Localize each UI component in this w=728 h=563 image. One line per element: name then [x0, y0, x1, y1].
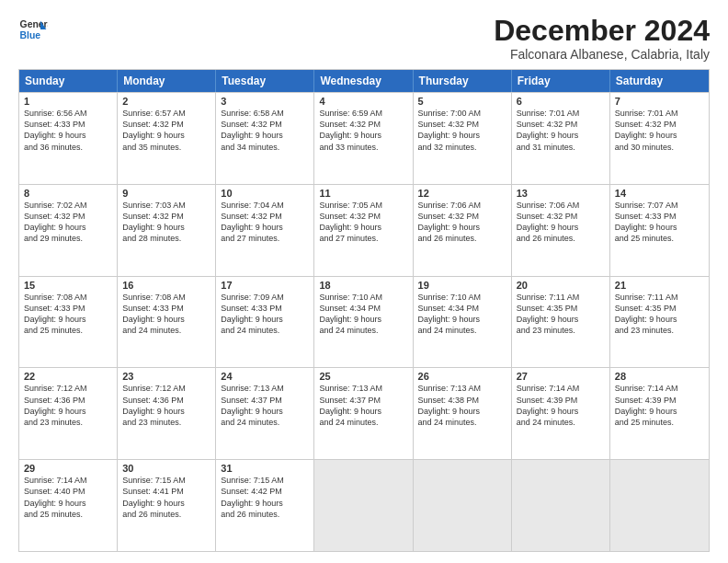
cell-info: Sunrise: 6:58 AMSunset: 4:32 PMDaylight:…	[221, 108, 309, 153]
day-cell-25: 25Sunrise: 7:13 AMSunset: 4:37 PMDayligh…	[314, 368, 413, 459]
title-block: December 2024 Falconara Albanese, Calabr…	[494, 15, 710, 62]
day-cell-20: 20Sunrise: 7:11 AMSunset: 4:35 PMDayligh…	[512, 277, 610, 368]
header-cell-monday: Monday	[118, 70, 216, 92]
day-cell-28: 28Sunrise: 7:14 AMSunset: 4:39 PMDayligh…	[610, 368, 709, 459]
cell-info: Sunrise: 7:01 AMSunset: 4:32 PMDaylight:…	[615, 108, 704, 153]
day-number: 30	[122, 463, 210, 474]
day-cell-13: 13Sunrise: 7:06 AMSunset: 4:32 PMDayligh…	[512, 185, 610, 276]
day-number: 20	[517, 280, 605, 291]
day-cell-14: 14Sunrise: 7:07 AMSunset: 4:33 PMDayligh…	[610, 185, 709, 276]
day-cell-3: 3Sunrise: 6:58 AMSunset: 4:32 PMDaylight…	[216, 93, 314, 184]
day-number: 3	[221, 96, 309, 107]
header-cell-tuesday: Tuesday	[216, 70, 314, 92]
day-cell-22: 22Sunrise: 7:12 AMSunset: 4:36 PMDayligh…	[19, 368, 118, 459]
cell-info: Sunrise: 7:13 AMSunset: 4:37 PMDaylight:…	[221, 383, 309, 428]
calendar-row-1: 1Sunrise: 6:56 AMSunset: 4:33 PMDaylight…	[19, 92, 709, 184]
day-number: 13	[517, 188, 605, 199]
cell-info: Sunrise: 7:07 AMSunset: 4:33 PMDaylight:…	[615, 200, 704, 245]
empty-cell	[512, 460, 610, 551]
day-cell-17: 17Sunrise: 7:09 AMSunset: 4:33 PMDayligh…	[216, 277, 314, 368]
day-number: 1	[24, 96, 112, 107]
day-cell-16: 16Sunrise: 7:08 AMSunset: 4:33 PMDayligh…	[118, 277, 216, 368]
cell-info: Sunrise: 7:08 AMSunset: 4:33 PMDaylight:…	[122, 292, 210, 337]
day-number: 21	[615, 280, 704, 291]
empty-cell	[414, 460, 512, 551]
cell-info: Sunrise: 7:12 AMSunset: 4:36 PMDaylight:…	[24, 383, 112, 428]
day-number: 22	[24, 371, 112, 382]
cell-info: Sunrise: 7:08 AMSunset: 4:33 PMDaylight:…	[24, 292, 112, 337]
day-number: 17	[221, 280, 309, 291]
cell-info: Sunrise: 7:13 AMSunset: 4:38 PMDaylight:…	[418, 383, 506, 428]
logo: General Blue	[18, 15, 48, 44]
cell-info: Sunrise: 7:14 AMSunset: 4:39 PMDaylight:…	[517, 383, 605, 428]
day-number: 4	[319, 96, 407, 107]
calendar: SundayMondayTuesdayWednesdayThursdayFrid…	[18, 69, 710, 552]
cell-info: Sunrise: 7:04 AMSunset: 4:32 PMDaylight:…	[221, 200, 309, 245]
empty-cell	[610, 460, 709, 551]
day-number: 9	[122, 188, 210, 199]
calendar-body: 1Sunrise: 6:56 AMSunset: 4:33 PMDaylight…	[19, 92, 709, 551]
logo-icon: General Blue	[18, 15, 48, 44]
day-cell-6: 6Sunrise: 7:01 AMSunset: 4:32 PMDaylight…	[512, 93, 610, 184]
day-number: 6	[517, 96, 605, 107]
day-number: 24	[221, 371, 309, 382]
cell-info: Sunrise: 7:03 AMSunset: 4:32 PMDaylight:…	[122, 200, 210, 245]
day-number: 11	[319, 188, 407, 199]
header-cell-saturday: Saturday	[610, 70, 709, 92]
day-cell-9: 9Sunrise: 7:03 AMSunset: 4:32 PMDaylight…	[118, 185, 216, 276]
day-number: 25	[319, 371, 407, 382]
cell-info: Sunrise: 7:15 AMSunset: 4:42 PMDaylight:…	[221, 475, 309, 520]
day-number: 28	[615, 371, 704, 382]
cell-info: Sunrise: 7:09 AMSunset: 4:33 PMDaylight:…	[221, 292, 309, 337]
day-number: 16	[122, 280, 210, 291]
header-cell-thursday: Thursday	[414, 70, 512, 92]
calendar-header: SundayMondayTuesdayWednesdayThursdayFrid…	[19, 70, 709, 92]
day-cell-26: 26Sunrise: 7:13 AMSunset: 4:38 PMDayligh…	[414, 368, 512, 459]
header-cell-friday: Friday	[512, 70, 610, 92]
cell-info: Sunrise: 7:00 AMSunset: 4:32 PMDaylight:…	[418, 108, 506, 153]
cell-info: Sunrise: 7:06 AMSunset: 4:32 PMDaylight:…	[517, 200, 605, 245]
day-cell-21: 21Sunrise: 7:11 AMSunset: 4:35 PMDayligh…	[610, 277, 709, 368]
cell-info: Sunrise: 7:11 AMSunset: 4:35 PMDaylight:…	[615, 292, 704, 337]
day-number: 5	[418, 96, 506, 107]
day-number: 31	[221, 463, 309, 474]
day-number: 14	[615, 188, 704, 199]
day-cell-24: 24Sunrise: 7:13 AMSunset: 4:37 PMDayligh…	[216, 368, 314, 459]
cell-info: Sunrise: 7:14 AMSunset: 4:40 PMDaylight:…	[24, 475, 112, 520]
cell-info: Sunrise: 7:14 AMSunset: 4:39 PMDaylight:…	[615, 383, 704, 428]
month-title: December 2024	[494, 15, 710, 47]
day-number: 19	[418, 280, 506, 291]
calendar-row-5: 29Sunrise: 7:14 AMSunset: 4:40 PMDayligh…	[19, 459, 709, 551]
day-number: 7	[615, 96, 704, 107]
day-cell-8: 8Sunrise: 7:02 AMSunset: 4:32 PMDaylight…	[19, 185, 118, 276]
day-cell-29: 29Sunrise: 7:14 AMSunset: 4:40 PMDayligh…	[19, 460, 118, 551]
cell-info: Sunrise: 6:59 AMSunset: 4:32 PMDaylight:…	[319, 108, 407, 153]
day-cell-11: 11Sunrise: 7:05 AMSunset: 4:32 PMDayligh…	[314, 185, 413, 276]
day-number: 23	[122, 371, 210, 382]
day-cell-10: 10Sunrise: 7:04 AMSunset: 4:32 PMDayligh…	[216, 185, 314, 276]
day-cell-7: 7Sunrise: 7:01 AMSunset: 4:32 PMDaylight…	[610, 93, 709, 184]
cell-info: Sunrise: 7:02 AMSunset: 4:32 PMDaylight:…	[24, 200, 112, 245]
day-number: 8	[24, 188, 112, 199]
day-cell-5: 5Sunrise: 7:00 AMSunset: 4:32 PMDaylight…	[414, 93, 512, 184]
cell-info: Sunrise: 7:06 AMSunset: 4:32 PMDaylight:…	[418, 200, 506, 245]
day-cell-30: 30Sunrise: 7:15 AMSunset: 4:41 PMDayligh…	[118, 460, 216, 551]
cell-info: Sunrise: 7:05 AMSunset: 4:32 PMDaylight:…	[319, 200, 407, 245]
header-cell-wednesday: Wednesday	[314, 70, 413, 92]
day-number: 27	[517, 371, 605, 382]
day-cell-18: 18Sunrise: 7:10 AMSunset: 4:34 PMDayligh…	[314, 277, 413, 368]
cell-info: Sunrise: 7:11 AMSunset: 4:35 PMDaylight:…	[517, 292, 605, 337]
cell-info: Sunrise: 6:57 AMSunset: 4:32 PMDaylight:…	[122, 108, 210, 153]
day-cell-4: 4Sunrise: 6:59 AMSunset: 4:32 PMDaylight…	[314, 93, 413, 184]
day-number: 15	[24, 280, 112, 291]
location: Falconara Albanese, Calabria, Italy	[494, 47, 710, 62]
cell-info: Sunrise: 7:13 AMSunset: 4:37 PMDaylight:…	[319, 383, 407, 428]
header: General Blue December 2024 Falconara Alb…	[18, 15, 710, 62]
empty-cell	[314, 460, 413, 551]
day-number: 29	[24, 463, 112, 474]
day-cell-31: 31Sunrise: 7:15 AMSunset: 4:42 PMDayligh…	[216, 460, 314, 551]
calendar-row-2: 8Sunrise: 7:02 AMSunset: 4:32 PMDaylight…	[19, 184, 709, 276]
day-cell-15: 15Sunrise: 7:08 AMSunset: 4:33 PMDayligh…	[19, 277, 118, 368]
day-cell-12: 12Sunrise: 7:06 AMSunset: 4:32 PMDayligh…	[414, 185, 512, 276]
day-cell-27: 27Sunrise: 7:14 AMSunset: 4:39 PMDayligh…	[512, 368, 610, 459]
